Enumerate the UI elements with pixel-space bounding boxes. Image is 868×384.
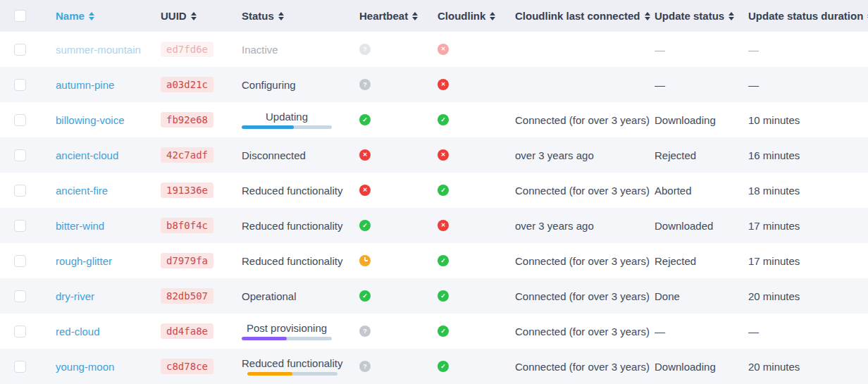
cell-heartbeat: ✕: [359, 173, 438, 208]
update-status-text: Rejected: [655, 255, 696, 267]
machine-name-link[interactable]: young-moon: [56, 361, 114, 373]
x-icon: ✕: [359, 185, 371, 196]
checkbox-cell: [14, 67, 56, 102]
column-header-heartbeat[interactable]: Heartbeat: [359, 0, 438, 32]
cell-status: Updating: [242, 102, 359, 137]
sort-up-arrow: [645, 12, 650, 16]
sort-down-arrow: [490, 17, 495, 20]
status-progress-fill: [242, 125, 294, 129]
column-header-status[interactable]: Status: [242, 0, 359, 32]
cell-uuid: 42c7adf: [161, 137, 242, 173]
cell-heartbeat: ?: [359, 349, 438, 384]
cloudlink-last-connected-text: over 3 years ago: [515, 220, 594, 232]
checkbox-cell: [14, 32, 56, 67]
row-checkbox[interactable]: [14, 220, 26, 232]
row-checkbox[interactable]: [14, 326, 26, 337]
cell-cloudlink-last-connected: Connected (for over 3 years): [515, 278, 655, 314]
uuid-badge: b8f0f4c: [161, 218, 213, 234]
cell-cloudlink: ✓: [438, 314, 515, 349]
cell-update-status: Downloading: [655, 102, 748, 137]
cell-cloudlink: ✕: [438, 32, 515, 67]
row-checkbox[interactable]: [14, 114, 26, 126]
sort-up-arrow: [278, 12, 284, 16]
row-checkbox[interactable]: [14, 255, 26, 267]
row-checkbox[interactable]: [14, 185, 26, 197]
column-header-update_status_duration[interactable]: Update status duration: [748, 0, 868, 32]
machine-name-link[interactable]: dry-river: [56, 290, 94, 302]
cell-status: Reduced functionality: [242, 208, 359, 243]
uuid-badge: fb92e68: [161, 112, 213, 128]
cell-uuid: 191336e: [161, 173, 242, 208]
cloudlink-last-connected-text: Connected (for over 3 years): [515, 114, 650, 126]
machine-name-link[interactable]: rough-glitter: [56, 255, 112, 267]
select-all-checkbox[interactable]: [14, 10, 26, 22]
cell-cloudlink-last-connected: [515, 32, 655, 67]
table-header-row: NameUUIDStatusHeartbeatCloudlinkCloudlin…: [0, 0, 868, 32]
cell-uuid: fb92e68: [161, 102, 242, 137]
machine-name-link[interactable]: ancient-cloud: [56, 149, 118, 161]
column-header-update_status[interactable]: Update status: [655, 0, 748, 32]
cell-heartbeat: ✓: [359, 208, 438, 243]
machine-name-link[interactable]: ancient-fire: [56, 185, 108, 197]
sort-down-arrow: [412, 17, 418, 20]
uuid-badge: d7979fa: [161, 253, 213, 269]
column-header-uuid[interactable]: UUID: [161, 0, 242, 32]
check-icon: ✓: [438, 185, 449, 196]
cloudlink-last-connected-text: Connected (for over 3 years): [515, 290, 650, 302]
cloudlink-last-connected-text: Connected (for over 3 years): [515, 326, 650, 337]
column-header-cloudlink[interactable]: Cloudlink: [438, 0, 515, 32]
machine-name-link[interactable]: billowing-voice: [56, 114, 125, 126]
update-status-text: Done: [655, 290, 680, 302]
cell-update-status: Downloaded: [655, 208, 748, 243]
row-checkbox[interactable]: [14, 79, 26, 91]
machine-name-link[interactable]: summer-mountain: [56, 44, 141, 56]
table-row: dry-river82db507Operational✓✓Connected (…: [0, 278, 868, 314]
status-label: Reduced functionality: [242, 255, 342, 267]
cell-update-status: Downloading: [655, 349, 748, 384]
x-icon: ✕: [438, 220, 449, 231]
uuid-badge: c8d78ce: [161, 359, 213, 375]
checkbox-cell: [14, 0, 56, 32]
row-checkbox[interactable]: [14, 361, 26, 373]
cell-uuid: d7979fa: [161, 243, 242, 278]
sort-icon: [645, 12, 650, 20]
sort-up-arrow: [412, 12, 418, 16]
cell-cloudlink-last-connected: Connected (for over 3 years): [515, 314, 655, 349]
cell-uuid: b8f0f4c: [161, 208, 242, 243]
check-icon: ✓: [438, 114, 449, 125]
cell-cloudlink-last-connected: Connected (for over 3 years): [515, 243, 655, 278]
update-status-duration-text: 20 minutes: [748, 361, 800, 373]
cell-name: rough-glitter: [56, 243, 161, 278]
status-label: Reduced functionality: [242, 357, 342, 369]
cell-cloudlink-last-connected: [515, 67, 655, 102]
column-header-cloudlink_last_connected[interactable]: Cloudlink last connected: [515, 0, 655, 32]
update-status-duration-text: —: [748, 326, 759, 337]
sort-down-arrow: [191, 17, 197, 20]
cell-status: Reduced functionality: [242, 243, 359, 278]
machine-name-link[interactable]: bitter-wind: [56, 220, 104, 232]
machine-name-link[interactable]: autumn-pine: [56, 79, 114, 91]
cell-cloudlink: ✓: [438, 243, 515, 278]
uuid-badge: 42c7adf: [161, 147, 213, 163]
row-checkbox[interactable]: [14, 149, 26, 161]
table-row: red-clouddd4fa8ePost provisioning?✓Conne…: [0, 314, 868, 349]
sort-icon: [89, 12, 94, 20]
row-checkbox[interactable]: [14, 44, 26, 56]
check-icon: ✓: [438, 255, 449, 266]
cell-status: Inactive: [242, 32, 359, 67]
table-row: ancient-fire191336eReduced functionality…: [0, 173, 868, 208]
cell-update-status-duration: 10 minutes: [748, 102, 868, 137]
column-header-name[interactable]: Name: [56, 0, 161, 32]
cell-update-status: —: [655, 67, 748, 102]
status-label: Configuring: [242, 79, 296, 91]
cell-update-status-duration: 20 minutes: [748, 349, 868, 384]
update-status-duration-text: —: [748, 79, 759, 91]
cloudlink-last-connected-text: Connected (for over 3 years): [515, 185, 650, 197]
cell-update-status: Aborted: [655, 173, 748, 208]
cloudlink-last-connected-text: over 3 years ago: [515, 149, 594, 161]
machine-name-link[interactable]: red-cloud: [56, 326, 100, 337]
cell-update-status-duration: 18 minutes: [748, 173, 868, 208]
row-checkbox[interactable]: [14, 290, 26, 302]
question-icon: ?: [359, 79, 371, 90]
status-progress-fill: [242, 337, 287, 340]
